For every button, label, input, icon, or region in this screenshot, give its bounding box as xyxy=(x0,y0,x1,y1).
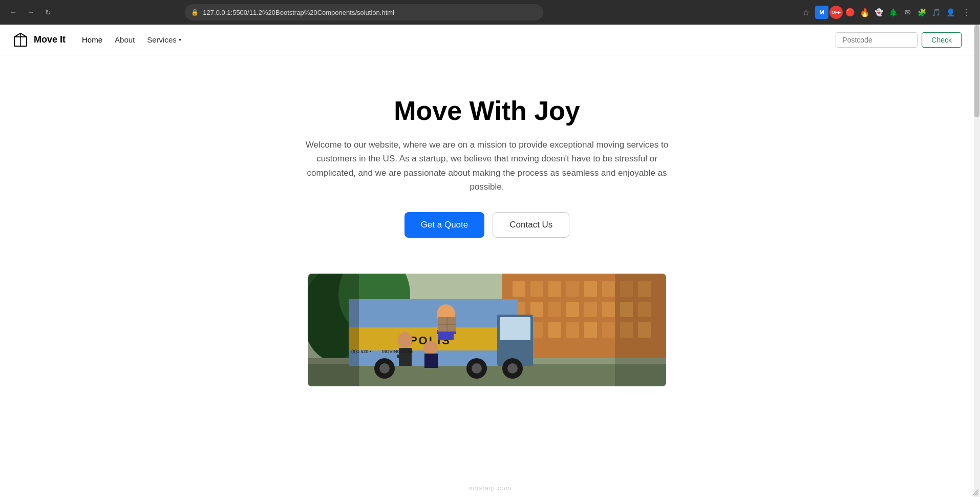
bookmark-icon[interactable]: ☆ xyxy=(799,5,813,19)
scrollbar[interactable] xyxy=(974,25,980,397)
svg-rect-17 xyxy=(530,302,543,317)
ext-fire-icon[interactable]: 🔥 xyxy=(858,6,871,19)
svg-rect-12 xyxy=(584,281,597,297)
svg-rect-20 xyxy=(584,302,597,317)
svg-rect-13 xyxy=(602,281,615,297)
svg-point-55 xyxy=(423,341,438,355)
navbar: Move It Home About Services ▾ Check xyxy=(0,25,974,55)
nav-services-label: Services xyxy=(147,35,177,44)
svg-point-44 xyxy=(507,363,518,374)
address-bar[interactable]: 🔒 127.0.0.1:5500/11.2%20Bootstrap%20Comp… xyxy=(185,4,543,20)
ext-mail-icon[interactable]: ✉ xyxy=(901,6,914,19)
ext-ghost-icon[interactable]: 👻 xyxy=(872,6,886,19)
box-icon xyxy=(12,32,29,48)
svg-rect-58 xyxy=(615,274,666,386)
svg-rect-27 xyxy=(566,322,579,338)
nav-services[interactable]: Services ▾ xyxy=(147,35,181,44)
scrollbar-thumb[interactable] xyxy=(974,25,979,117)
ext-ms-icon[interactable]: M xyxy=(815,6,828,19)
postcode-input[interactable] xyxy=(836,32,918,48)
svg-rect-56 xyxy=(424,354,438,368)
browser-nav-controls: ← → ↻ xyxy=(6,5,55,19)
hero-image-container: NPOLIS xyxy=(292,263,681,397)
svg-rect-32 xyxy=(308,363,666,386)
check-button[interactable]: Check xyxy=(922,32,962,48)
svg-rect-21 xyxy=(602,302,615,317)
ext-tree-icon[interactable]: 🌲 xyxy=(887,6,900,19)
ext-avatar-icon[interactable]: 👤 xyxy=(944,6,957,19)
hero-buttons: Get a Quote Contact Us xyxy=(303,212,671,238)
ext-puzzle-icon[interactable]: 🧩 xyxy=(915,6,929,19)
back-button[interactable]: ← xyxy=(6,5,20,19)
forward-button[interactable]: → xyxy=(24,5,38,19)
nav-about[interactable]: About xyxy=(115,35,135,44)
svg-rect-28 xyxy=(584,322,597,338)
contact-us-button[interactable]: Contact Us xyxy=(493,212,569,238)
svg-rect-11 xyxy=(566,281,579,297)
svg-rect-8 xyxy=(513,281,525,297)
get-quote-button[interactable]: Get a Quote xyxy=(404,212,485,238)
svg-rect-10 xyxy=(548,281,561,297)
refresh-button[interactable]: ↻ xyxy=(41,5,55,19)
extension-icons: M OFF 🔴 🔥 👻 🌲 ✉ 🧩 🎵 👤 xyxy=(815,6,957,19)
svg-rect-38 xyxy=(500,317,530,340)
svg-rect-26 xyxy=(548,322,561,338)
ext-red-icon[interactable]: 🔴 xyxy=(844,6,857,19)
lock-icon: 🔒 xyxy=(191,9,199,16)
svg-rect-54 xyxy=(397,355,402,358)
chevron-down-icon: ▾ xyxy=(179,37,181,43)
svg-text:MOVING.COM: MOVING.COM xyxy=(382,349,413,354)
svg-point-40 xyxy=(379,363,390,374)
navbar-right: Check xyxy=(836,32,962,48)
svg-point-52 xyxy=(398,332,412,348)
ext-music-icon[interactable]: 🎵 xyxy=(930,6,943,19)
svg-rect-9 xyxy=(530,281,543,297)
svg-rect-19 xyxy=(566,302,579,317)
menu-button[interactable]: ⋮ xyxy=(960,5,974,19)
svg-text:(8)1 520 •: (8)1 520 • xyxy=(351,349,371,354)
ext-off-icon[interactable]: OFF xyxy=(829,6,843,19)
moving-truck-svg: NPOLIS xyxy=(308,274,666,386)
url-text: 127.0.0.1:5500/11.2%20Bootstrap%20Compon… xyxy=(203,9,537,16)
hero-description: Welcome to our website, where we are on … xyxy=(303,138,671,194)
browser-action-icons: ☆ M OFF 🔴 🔥 👻 🌲 ✉ 🧩 🎵 👤 ⋮ xyxy=(799,5,974,19)
svg-rect-18 xyxy=(548,302,561,317)
hero-image: NPOLIS xyxy=(308,274,666,386)
svg-rect-57 xyxy=(308,274,359,386)
brand-name: Move It xyxy=(34,34,66,45)
browser-chrome: ← → ↻ 🔒 127.0.0.1:5500/11.2%20Bootstrap%… xyxy=(0,0,980,25)
nav-home[interactable]: Home xyxy=(82,35,102,44)
svg-rect-29 xyxy=(602,322,615,338)
svg-point-42 xyxy=(472,363,482,374)
nav-links: Home About Services ▾ xyxy=(82,35,181,45)
brand-link[interactable]: Move It xyxy=(12,32,66,48)
page-content: Move It Home About Services ▾ Check Move… xyxy=(0,25,974,397)
hero-section: Move With Joy Welcome to our website, wh… xyxy=(292,55,681,263)
hero-title: Move With Joy xyxy=(303,96,671,126)
